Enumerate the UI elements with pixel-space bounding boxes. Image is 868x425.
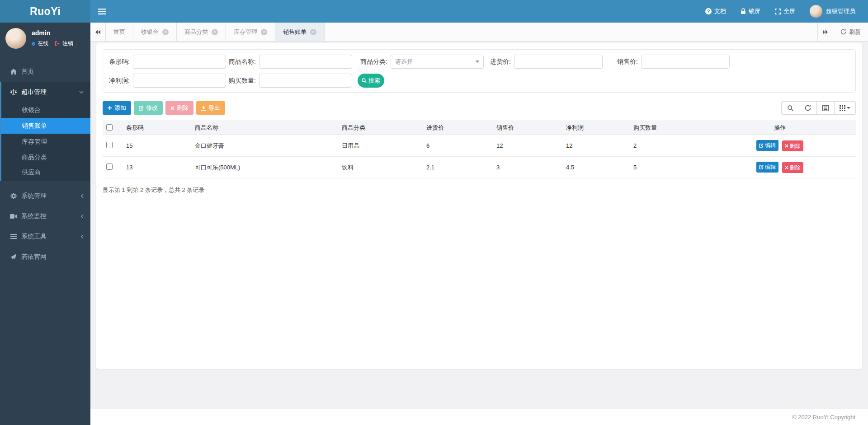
sidebar-item-sales-bill[interactable]: 销售账单 [1, 118, 90, 134]
sidebar-toggle-button[interactable] [90, 0, 113, 23]
sidebar-item-label: 若依官网 [21, 253, 84, 261]
purchase-price-input[interactable] [514, 55, 603, 69]
col-net-profit: 净利润 [562, 121, 630, 135]
chevron-left-icon [81, 234, 84, 239]
cell-purchase-price: 2.1 [423, 157, 493, 178]
sign-out-icon [55, 41, 61, 46]
net-profit-input[interactable] [133, 74, 226, 88]
sidebar-item-home[interactable]: 首页 [0, 61, 90, 82]
cell-quantity: 5 [630, 157, 704, 178]
export-button[interactable]: 导出 [196, 101, 225, 115]
sidebar-item-system-tools[interactable]: 系统工具 [0, 226, 90, 247]
sidebar-username: admin [32, 29, 73, 37]
table-row: 15 金口健牙膏 日用品 6 12 12 2 编辑 [103, 135, 856, 157]
search-icon [362, 78, 367, 83]
tab-sales-bill[interactable]: 销售账单 × [275, 23, 325, 41]
tab-product-category[interactable]: 商品分类 × [177, 23, 226, 41]
top-navbar: RuoYi ? 文档 锁屏 全屏 [0, 0, 868, 23]
close-icon[interactable]: × [261, 29, 267, 35]
download-icon [201, 106, 206, 111]
nav-docs[interactable]: ? 文档 [698, 0, 733, 23]
cell-barcode: 15 [123, 135, 191, 157]
edit-icon [759, 143, 764, 148]
row-delete-button[interactable]: 删除 [782, 162, 803, 173]
delete-button-label: 删除 [177, 104, 189, 112]
close-icon[interactable]: × [212, 29, 218, 35]
show-search-button[interactable] [781, 101, 799, 115]
sidebar-avatar[interactable] [5, 28, 26, 49]
col-quantity: 购买数量 [630, 121, 704, 135]
select-all-checkbox[interactable] [106, 124, 113, 131]
tab-inventory[interactable]: 库存管理 × [226, 23, 275, 41]
sidebar-item-official-site[interactable]: 若依官网 [0, 247, 90, 267]
row-delete-button[interactable]: 删除 [782, 140, 803, 151]
cell-net-profit: 12 [562, 135, 630, 157]
refresh-table-button[interactable] [799, 101, 817, 115]
delete-button[interactable]: 删除 [165, 101, 193, 115]
row-checkbox[interactable] [106, 163, 113, 170]
sidebar: admin 在线 注销 首页 [0, 23, 90, 425]
sidebar-item-label: 系统管理 [21, 192, 81, 200]
columns-dropdown-button[interactable] [834, 101, 856, 115]
add-button[interactable]: 添加 [103, 101, 131, 115]
tabs-scroll-right-button[interactable] [817, 23, 833, 41]
search-button[interactable]: 搜索 [358, 74, 384, 88]
product-name-input[interactable] [259, 55, 352, 69]
double-angle-left-icon [95, 30, 100, 34]
x-icon [785, 166, 788, 169]
net-profit-label: 净利润: [103, 77, 133, 85]
user-menu[interactable]: 超级管理员 [802, 0, 860, 23]
barcode-input[interactable] [133, 55, 226, 69]
col-actions: 操作 [704, 121, 856, 135]
sidebar-item-supermarket[interactable]: 超市管理 [1, 82, 90, 102]
sidebar-item-cashier[interactable]: 收银台 [1, 102, 90, 118]
balance-scale-icon [9, 89, 17, 95]
app-logo[interactable]: RuoYi [0, 0, 90, 23]
row-edit-label: 编辑 [765, 163, 776, 171]
sidebar-item-inventory[interactable]: 库存管理 [1, 134, 90, 149]
content-card: 条形码: 商品名称: 商品分类: 请选择 进货价: [96, 43, 862, 369]
sale-price-input[interactable] [641, 55, 730, 69]
tab-label: 库存管理 [234, 28, 257, 36]
tab-home[interactable]: 首页 [106, 23, 133, 41]
sidebar-item-system-monitor[interactable]: 系统监控 [0, 206, 90, 226]
cell-category: 日用品 [338, 135, 423, 157]
nav-lock-screen[interactable]: 锁屏 [733, 0, 768, 23]
purchase-price-label: 进货价: [484, 58, 514, 66]
refresh-icon [840, 29, 846, 35]
online-status-icon [32, 42, 35, 46]
row-edit-label: 编辑 [765, 142, 776, 149]
sidebar-item-product-category[interactable]: 商品分类 [1, 149, 90, 165]
fullscreen-icon [775, 9, 781, 14]
tab-refresh-button[interactable]: 刷新 [833, 23, 868, 41]
table-view-controls [781, 101, 856, 115]
close-icon[interactable]: × [310, 29, 316, 35]
sidebar-item-system-admin[interactable]: 系统管理 [0, 186, 90, 206]
chevron-down-icon [79, 91, 84, 93]
sidebar-user-panel: admin 在线 注销 [0, 23, 90, 55]
list-view-icon [822, 105, 829, 111]
tabs-scroll-left-button[interactable] [90, 23, 106, 41]
row-delete-label: 删除 [790, 164, 801, 172]
row-edit-button[interactable]: 编辑 [756, 162, 778, 173]
close-icon[interactable]: × [162, 29, 169, 35]
category-select[interactable]: 请选择 [391, 55, 484, 69]
category-select-value: 请选择 [395, 58, 413, 66]
page-footer: © 2022 RuoYi Copyright [90, 409, 868, 425]
edit-icon [759, 165, 764, 169]
tab-cashier[interactable]: 收银台 × [133, 23, 177, 41]
page-content: 条形码: 商品名称: 商品分类: 请选择 进货价: [90, 42, 868, 409]
sidebar-item-label: 首页 [21, 68, 84, 76]
logout-label: 注销 [62, 40, 73, 47]
edit-button[interactable]: 修改 [134, 101, 163, 115]
row-edit-button[interactable]: 编辑 [756, 140, 778, 151]
row-checkbox[interactable] [106, 142, 113, 148]
logout-link[interactable]: 注销 [55, 40, 73, 47]
sidebar-item-supplier[interactable]: 供应商 [1, 165, 90, 181]
tab-label: 销售账单 [283, 28, 307, 36]
detail-view-button[interactable] [816, 101, 835, 115]
quantity-input[interactable] [259, 74, 352, 88]
user-role-label: 超级管理员 [826, 7, 855, 15]
x-icon [170, 106, 175, 110]
nav-fullscreen[interactable]: 全屏 [768, 0, 802, 23]
